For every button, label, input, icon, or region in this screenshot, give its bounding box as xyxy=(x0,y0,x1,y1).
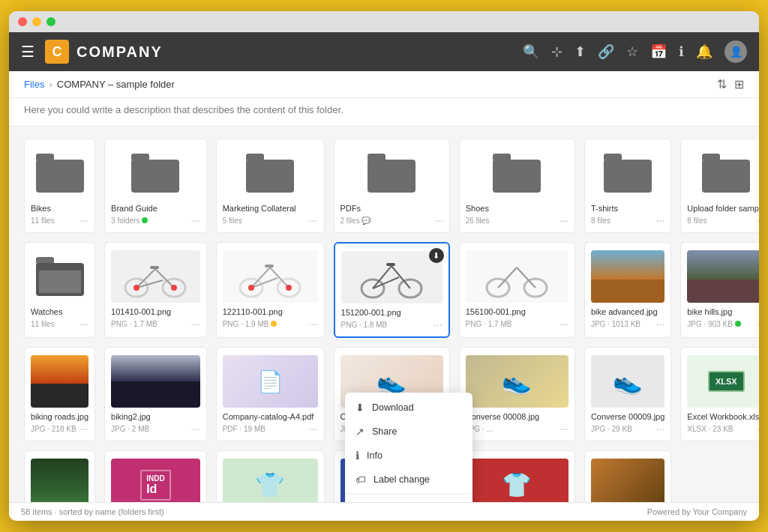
more-options-icon[interactable]: ··· xyxy=(191,214,200,226)
more-options-icon[interactable]: ··· xyxy=(656,318,665,330)
file-meta: PNG · 1.9 MB ··· xyxy=(223,318,318,330)
file-151200[interactable]: ⬇ 151200-001.png PNG · 1.8 MB ··· xyxy=(334,242,450,338)
file-name: 122110-001.png xyxy=(223,307,318,316)
folder-pdfs[interactable]: PDFs 2 files 💬 ··· xyxy=(334,139,450,233)
file-name: 151200-001.png xyxy=(341,308,442,317)
cursor-icon[interactable]: ⊹ xyxy=(551,43,562,60)
file-thumb xyxy=(31,459,88,502)
menu-icon[interactable]: ☰ xyxy=(21,43,34,61)
file-thumb: XLSX xyxy=(687,355,759,408)
close-button[interactable] xyxy=(18,17,27,26)
company-name: COMPANY xyxy=(76,43,523,61)
context-download[interactable]: ⬇ Download xyxy=(345,396,472,420)
file-meta: PNG · 1.7 MB ··· xyxy=(466,318,568,330)
more-options-icon[interactable]: ··· xyxy=(757,318,759,330)
file-thumb xyxy=(687,250,759,303)
avatar[interactable]: 👤 xyxy=(724,40,747,63)
file-meta: 8 files ··· xyxy=(687,214,759,226)
minimize-button[interactable] xyxy=(32,17,41,26)
folder-brand-guide[interactable]: Brand Guide 3 folders ··· xyxy=(104,139,207,233)
folder-thumb xyxy=(31,147,88,199)
file-name: 101410-001.png xyxy=(111,307,200,316)
file-name: bike advanced.jpg xyxy=(591,307,664,316)
more-options-icon[interactable]: ··· xyxy=(80,318,88,330)
more-options-icon[interactable]: ··· xyxy=(656,423,665,435)
more-options-icon[interactable]: ··· xyxy=(309,423,318,435)
link-icon[interactable]: 🔗 xyxy=(598,43,614,60)
folder-shoes[interactable]: Shoes 26 files ··· xyxy=(459,139,575,233)
file-converse-00008[interactable]: 👟 Converse 00008.jpg JPG · ... ··· xyxy=(459,347,575,441)
file-122110[interactable]: 122110-001.png PNG · 1.9 MB ··· xyxy=(216,242,325,338)
content-area: Bikes 11 files ··· Brand Guide 3 folders… xyxy=(9,127,759,502)
file-meta: 8 files ··· xyxy=(591,214,664,226)
download-badge: ⬇ xyxy=(429,248,444,263)
file-converse-00009[interactable]: 👟 Converse 00009.jpg JPG · 29 KB ··· xyxy=(584,347,671,441)
bell-icon[interactable]: 🔔 xyxy=(696,43,712,60)
file-bike-advanced[interactable]: bike advanced.jpg JPG · 1013 KB ··· xyxy=(584,242,671,338)
folder-thumb xyxy=(340,147,443,199)
context-move[interactable]: ✂ Move xyxy=(345,497,472,502)
folder-marketing[interactable]: Marketing Collateral 5 files ··· xyxy=(216,139,325,233)
folder-watches[interactable]: Watches 11 files ··· xyxy=(24,242,95,338)
file-thumb: 📄 xyxy=(223,355,318,408)
folder-tshirts[interactable]: T-shirts 8 files ··· xyxy=(584,139,671,233)
search-icon[interactable]: 🔍 xyxy=(523,43,539,60)
status-bar: 58 items · sorted by name (folders first… xyxy=(9,502,759,521)
more-options-icon[interactable]: ··· xyxy=(434,214,443,226)
file-156100[interactable]: 156100-001.png PNG · 1.7 MB ··· xyxy=(459,242,575,338)
file-thumb xyxy=(591,250,664,303)
file-101410[interactable]: 101410-001.png PNG · 1.7 MB ··· xyxy=(104,242,207,338)
more-options-icon[interactable]: ··· xyxy=(656,214,665,226)
more-options-icon[interactable]: ··· xyxy=(560,318,568,330)
file-name: PDFs xyxy=(340,204,443,213)
breadcrumb-files[interactable]: Files xyxy=(24,79,44,90)
more-options-icon[interactable]: ··· xyxy=(191,423,200,435)
file-thumb: INDDId xyxy=(111,459,200,502)
upload-icon[interactable]: ⬆ xyxy=(574,43,586,60)
folder-thumb xyxy=(31,250,88,303)
more-options-icon[interactable]: ··· xyxy=(309,214,318,226)
label-icon: 🏷 xyxy=(356,474,366,486)
file-football[interactable]: football.jpg JPG · ... ··· xyxy=(24,450,95,502)
svg-point-15 xyxy=(286,285,292,291)
file-moto[interactable]: moto... JPG · ... ··· xyxy=(584,450,671,502)
more-options-icon[interactable]: ··· xyxy=(757,214,759,226)
more-options-icon[interactable]: ··· xyxy=(80,214,88,226)
file-thumb xyxy=(591,459,664,502)
file-meta: XLSX · 23 KB ··· xyxy=(687,423,759,435)
info-icon[interactable]: ℹ xyxy=(679,43,684,60)
file-bike-hills[interactable]: bike hills.jpg JPG · 903 KB ··· xyxy=(680,242,759,338)
more-options-icon[interactable]: ··· xyxy=(757,423,759,435)
file-name: Marketing Collateral xyxy=(223,204,318,213)
file-indesign[interactable]: INDDId InDesign document.indd ... ··· xyxy=(104,450,207,502)
folder-upload-sample[interactable]: Upload folder sample 8 files ··· xyxy=(680,139,759,233)
folder-thumb xyxy=(111,147,200,199)
folder-bikes[interactable]: Bikes 11 files ··· xyxy=(24,139,95,233)
file-excel-workbook[interactable]: XLSX Excel Workbook.xlsx XLSX · 23 KB ··… xyxy=(680,347,759,441)
context-label-change[interactable]: 🏷 Label change xyxy=(345,468,472,492)
context-share[interactable]: ↗ Share xyxy=(345,420,472,444)
file-thumb xyxy=(223,250,318,303)
breadcrumb-actions: ⇅ ⊞ xyxy=(717,77,744,91)
calendar-icon[interactable]: 📅 xyxy=(650,43,667,60)
maximize-button[interactable] xyxy=(46,17,56,26)
context-divider xyxy=(345,494,472,495)
file-company-catalog[interactable]: 📄 Company-catalog-A4.pdf PDF · 19 MB ··· xyxy=(216,347,325,441)
star-icon[interactable]: ☆ xyxy=(626,43,638,60)
file-biking-roads[interactable]: biking roads.jpg JPG · 218 KB ··· xyxy=(24,347,95,441)
context-info[interactable]: ℹ Info xyxy=(345,444,472,468)
more-options-icon[interactable]: ··· xyxy=(309,318,318,330)
more-options-icon[interactable]: ··· xyxy=(560,423,568,435)
grid-icon[interactable]: ⊞ xyxy=(734,77,744,91)
more-options-icon[interactable]: ··· xyxy=(560,214,568,226)
file-tshirt-red[interactable]: 👕 Men's-sport-shirt-Newline-... JPG · ..… xyxy=(459,450,575,502)
file-meta: JPG · ... ··· xyxy=(466,423,568,435)
more-options-icon[interactable]: ··· xyxy=(434,318,442,330)
sort-icon[interactable]: ⇅ xyxy=(717,77,727,91)
file-biking2[interactable]: biking2.jpg JPG · 2 MB ··· xyxy=(104,347,207,441)
more-options-icon[interactable]: ··· xyxy=(191,318,200,330)
file-meta: JPG · 1013 KB ··· xyxy=(591,318,664,330)
file-meta: JPG · 218 KB ··· xyxy=(31,423,88,435)
more-options-icon[interactable]: ··· xyxy=(80,423,88,435)
file-tshirt-green[interactable]: 👕 Men's-functional-T-shirt-... JPG · ...… xyxy=(216,450,325,502)
